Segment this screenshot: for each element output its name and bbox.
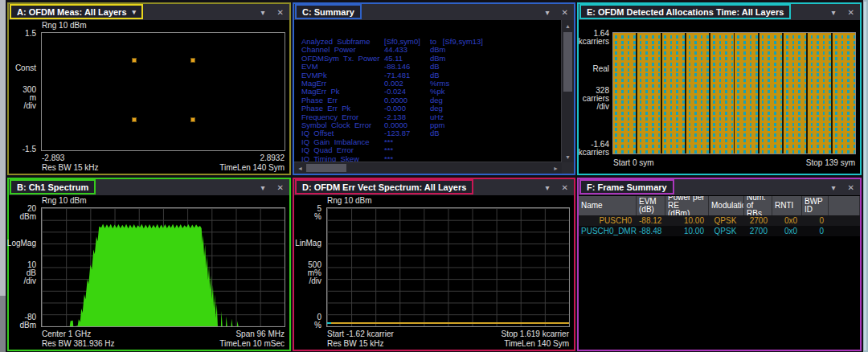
panel-d-title: D: OFDM Err Vect Spectrum: All Layers bbox=[302, 182, 466, 192]
frame-table-column-header[interactable]: Name bbox=[579, 196, 637, 215]
panel-b-y-axis: 20 dBm LogMag 10 dB /div -80 dBm bbox=[9, 207, 38, 327]
y-axis-scale-label: 328 carriers /div bbox=[583, 87, 609, 111]
panel-b-title-dropdown[interactable]: B: Ch1 Spectrum bbox=[10, 179, 96, 194]
panel-d-content: Rng 10 dBm 5 % LinMag 500 m% /div 0 % St… bbox=[294, 195, 574, 350]
frame-table-column-header[interactable]: Power per RE (dBm) bbox=[665, 196, 709, 215]
panel-c-titlebar: C: Summary ▾ ✕ bbox=[294, 4, 574, 20]
evs-trace bbox=[327, 322, 569, 324]
panel-d-bottom-right-label: Stop 1.619 kcarrier TimeLen 140 Sym bbox=[502, 329, 570, 349]
panel-b-minimize-icon[interactable]: ▾ bbox=[261, 183, 265, 192]
panel-c-title-dropdown[interactable]: C: Summary bbox=[295, 4, 362, 19]
constellation-point bbox=[191, 59, 194, 62]
constellation-point bbox=[133, 59, 136, 62]
frame-table-column-header[interactable]: Modulation bbox=[709, 196, 744, 215]
frame-table-column-header[interactable]: Num. of RBs bbox=[744, 196, 772, 215]
panel-a-title-dropdown[interactable]: A: OFDM Meas: All Layers ▾ bbox=[10, 4, 143, 19]
frame-table-column-header[interactable]: EVM (dB) bbox=[637, 196, 665, 215]
summary-vertical-scrollbar[interactable]: ▲ ▼ bbox=[561, 20, 574, 162]
panel-f-close-icon[interactable]: ✕ bbox=[848, 183, 854, 192]
panel-a-titlebar: A: OFDM Meas: All Layers ▾ ▾ ✕ bbox=[9, 4, 289, 20]
panel-err-vect-spectrum: D: OFDM Err Vect Spectrum: All Layers ▾ … bbox=[293, 178, 575, 351]
panel-a-close-icon[interactable]: ✕ bbox=[277, 8, 284, 17]
right-dock-edge-inner bbox=[864, 2, 866, 350]
y-axis-bottom-label: -1.64 kcarriers bbox=[579, 141, 609, 157]
panel-c-title: C: Summary bbox=[302, 7, 354, 17]
summary-unit: dB bbox=[430, 129, 440, 137]
panel-d-titlebar: D: OFDM Err Vect Spectrum: All Layers ▾ … bbox=[294, 179, 574, 195]
frame-table-cell: -88.48 bbox=[637, 227, 665, 235]
y-axis-scale-label: 300 m /div bbox=[23, 86, 36, 110]
panel-ch1-spectrum: B: Ch1 Spectrum ▾ ✕ Rng 10 dBm 20 dBm Lo… bbox=[7, 178, 291, 351]
panel-e-title-dropdown[interactable]: E: OFDM Detected Allocations Time: All L… bbox=[579, 4, 791, 19]
panel-e-title: E: OFDM Detected Allocations Time: All L… bbox=[587, 7, 784, 17]
frame-table-row[interactable]: PUSCH0-88.1210.00QPSK27000x00 bbox=[579, 215, 860, 226]
scrollbar-corner bbox=[562, 162, 574, 174]
panel-f-titlebar: F: Frame Summary ▾ ✕ bbox=[579, 179, 860, 195]
panel-f-content: NameEVM (dB)Power per RE (dBm)Modulation… bbox=[579, 195, 860, 350]
panel-e-start-label: Start 0 sym bbox=[613, 158, 654, 167]
panel-d-minimize-icon[interactable]: ▾ bbox=[546, 183, 550, 192]
frame-table-cell: PUSCH0 bbox=[579, 216, 637, 225]
panel-a-minimize-icon[interactable]: ▾ bbox=[261, 8, 265, 17]
y-axis-top-label: 1.64 kcarriers bbox=[579, 30, 609, 46]
scroll-left-icon[interactable]: ◄ bbox=[294, 162, 306, 174]
panel-f-title-dropdown[interactable]: F: Frame Summary bbox=[579, 179, 674, 194]
panel-c-close-icon[interactable]: ✕ bbox=[562, 8, 568, 17]
panel-b-titlebar: B: Ch1 Spectrum ▾ ✕ bbox=[9, 179, 289, 195]
y-axis-top-label: 20 dBm bbox=[19, 205, 36, 221]
panel-d-title-dropdown[interactable]: D: OFDM Err Vect Spectrum: All Layers bbox=[295, 179, 473, 194]
y-axis-scale-label: 500 m% /div bbox=[308, 261, 321, 285]
constellation-point bbox=[191, 118, 194, 121]
y-axis-bottom-label: 0 % bbox=[314, 313, 321, 329]
panel-frame-summary: F: Frame Summary ▾ ✕ NameEVM (dB)Power p… bbox=[577, 178, 862, 351]
frame-table-column-header[interactable] bbox=[829, 196, 860, 215]
panel-a-range-label: Rng 10 dBm bbox=[42, 21, 87, 30]
y-axis-format-label: LinMag bbox=[295, 239, 321, 248]
frame-table-cell: 0 bbox=[802, 216, 829, 225]
evs-plot bbox=[326, 207, 570, 327]
right-dock-edge bbox=[863, 0, 868, 352]
y-axis-scale-label: 10 dB /div bbox=[23, 261, 36, 285]
spectrum-plot bbox=[41, 207, 285, 327]
panel-e-content: 1.64 kcarriers Real 328 carriers /div -1… bbox=[579, 20, 860, 174]
summary-rows: Analyzed Subframe[Sf0,sym0]to [Sf9,sym13… bbox=[294, 20, 562, 162]
horizontal-scroll-thumb[interactable] bbox=[306, 164, 346, 172]
vsa-application-window: A: OFDM Meas: All Layers ▾ ▾ ✕ Rng 10 dB… bbox=[0, 0, 868, 352]
constellation-point bbox=[133, 118, 136, 121]
frame-table-cell: PUSCH0_DMRS bbox=[579, 227, 637, 235]
frame-table-column-header[interactable]: BWP ID bbox=[802, 196, 829, 215]
panel-f-minimize-icon[interactable]: ▾ bbox=[832, 183, 836, 192]
frame-table-column-header[interactable]: RNTI bbox=[772, 196, 802, 215]
frame-table-cell: QPSK bbox=[709, 216, 744, 225]
spectrum-trace bbox=[42, 208, 285, 326]
panel-b-title: B: Ch1 Spectrum bbox=[17, 182, 88, 192]
panel-a-bottom-right-label: 2.8932 TimeLen 140 Sym bbox=[219, 153, 285, 173]
frame-table-cell: 0 bbox=[802, 227, 829, 235]
frame-table-row[interactable]: PUSCH0_DMRS-88.4810.00QPSK27000x00 bbox=[579, 226, 860, 236]
panel-e-titlebar: E: OFDM Detected Allocations Time: All L… bbox=[579, 4, 860, 20]
panel-d-range-label: Rng 10 dBm bbox=[327, 196, 372, 205]
panel-detected-allocations: E: OFDM Detected Allocations Time: All L… bbox=[577, 2, 862, 175]
y-axis-bottom-label: -80 dBm bbox=[19, 313, 36, 329]
evs-trace-start-tick bbox=[327, 322, 331, 324]
panel-d-bottom-left-label: Start -1.62 kcarrier Res BW 15 kHz bbox=[327, 329, 394, 349]
panel-c-minimize-icon[interactable]: ▾ bbox=[546, 8, 550, 17]
y-axis-bottom-label: -1.5 bbox=[23, 145, 36, 153]
scroll-up-icon[interactable]: ▲ bbox=[562, 20, 574, 31]
panel-e-minimize-icon[interactable]: ▾ bbox=[832, 8, 836, 17]
vertical-scroll-thumb[interactable] bbox=[563, 32, 572, 92]
panel-d-close-icon[interactable]: ✕ bbox=[562, 183, 568, 192]
frame-table-cell: 10.00 bbox=[665, 216, 709, 225]
panel-d-y-axis: 5 % LinMag 500 m% /div 0 % bbox=[294, 207, 323, 327]
frame-table-cell: 2700 bbox=[744, 216, 772, 225]
frame-table-cell: 10.00 bbox=[665, 227, 709, 235]
scroll-right-icon[interactable]: ► bbox=[550, 162, 562, 174]
panel-b-range-label: Rng 10 dBm bbox=[42, 196, 87, 205]
panel-e-close-icon[interactable]: ✕ bbox=[848, 8, 854, 17]
y-axis-top-label: 1.5 bbox=[25, 30, 36, 38]
summary-horizontal-scrollbar[interactable]: ◄ ► bbox=[294, 162, 562, 174]
left-dock-edge-lower bbox=[0, 296, 6, 352]
scroll-down-icon[interactable]: ▼ bbox=[562, 151, 574, 162]
panel-b-close-icon[interactable]: ✕ bbox=[277, 183, 284, 192]
left-dock-edge bbox=[0, 0, 6, 352]
